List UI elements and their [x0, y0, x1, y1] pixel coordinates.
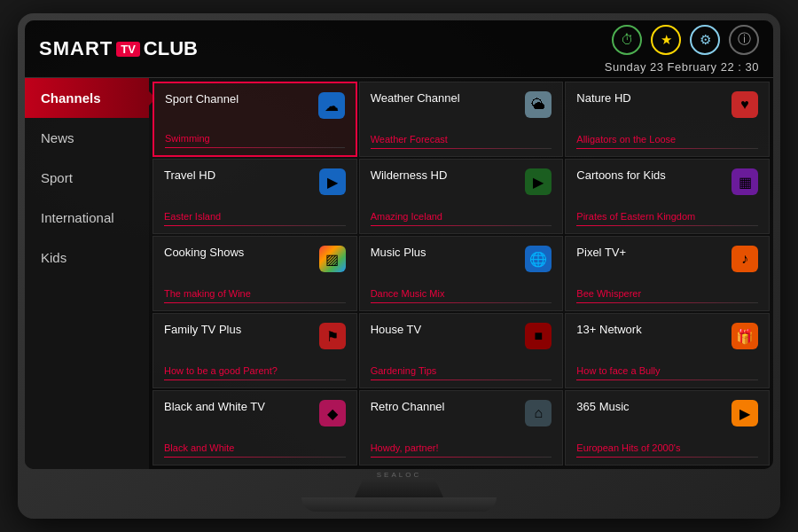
- channel-current: Amazing Iceland: [371, 211, 552, 222]
- channel-card-bottom: Pirates of Eastern Kingdom: [576, 211, 758, 226]
- channel-icon: ▶: [319, 168, 346, 195]
- channel-card[interactable]: Weather Channel 🌥 Weather Forecast: [359, 82, 564, 157]
- sidebar-item-sport[interactable]: Sport: [25, 158, 149, 198]
- channel-card-bottom: European Hits of 2000's: [576, 442, 758, 458]
- header-icons: ⏱ ★ ⚙ ⓘ: [612, 25, 759, 55]
- channel-current: Alligators on the Loose: [576, 134, 758, 145]
- channels-grid: Sport Channel ☁ Swimming Weather Channel…: [149, 78, 773, 469]
- channel-name: House TV: [371, 323, 520, 336]
- channel-divider: [165, 147, 345, 148]
- channel-current: European Hits of 2000's: [576, 442, 758, 453]
- brand-label: SEALOC: [377, 471, 421, 476]
- channel-card-bottom: How to be a good Parent?: [164, 365, 346, 380]
- channel-card[interactable]: Pixel TV+ ♪ Bee Whisperer: [565, 236, 770, 311]
- channel-card-bottom: Black and White: [164, 442, 346, 458]
- channel-current: How to face a Bully: [576, 365, 758, 376]
- channel-card-bottom: Dance Music Mix: [371, 288, 552, 303]
- channel-card[interactable]: Wilderness HD ▶ Amazing Iceland: [359, 159, 564, 234]
- channel-name: Travel HD: [164, 168, 314, 182]
- channel-name: Weather Channel: [371, 91, 520, 105]
- channel-divider: [371, 457, 552, 458]
- channel-icon: ⌂: [525, 400, 552, 426]
- channel-current: How to be a good Parent?: [164, 365, 346, 376]
- channel-current: Howdy, partner!: [371, 442, 552, 453]
- logo: SMART TV CLUB: [39, 37, 198, 60]
- channel-divider: [576, 302, 758, 303]
- channel-icon: 🌐: [525, 246, 552, 272]
- channel-icon: ■: [525, 323, 552, 349]
- channel-current: The making of Wine: [164, 288, 346, 299]
- header-right: ⏱ ★ ⚙ ⓘ Sunday 23 February 22 : 30: [605, 25, 759, 74]
- channel-current: Black and White: [164, 442, 346, 453]
- channel-icon: ▨: [319, 246, 346, 272]
- channel-card-top: Family TV Plus ⚑: [164, 323, 346, 349]
- channel-card-top: Wilderness HD ▶: [371, 168, 552, 195]
- screen-content: SMART TV CLUB ⏱ ★ ⚙ ⓘ Sunday 23 February…: [25, 20, 773, 469]
- sidebar-item-kids[interactable]: Kids: [25, 238, 149, 278]
- channel-divider: [371, 225, 552, 226]
- channel-card-bottom: Easter Island: [164, 211, 346, 226]
- channel-icon: 🌥: [525, 91, 552, 118]
- channel-name: Family TV Plus: [164, 323, 314, 336]
- channel-divider: [164, 225, 346, 226]
- channel-divider: [371, 379, 552, 380]
- channel-name: Black and White TV: [164, 400, 314, 413]
- channel-card[interactable]: 13+ Network 🎁 How to face a Bully: [565, 313, 770, 388]
- sidebar-item-international[interactable]: International: [25, 198, 149, 238]
- channel-card-top: Cooking Shows ▨: [164, 246, 346, 272]
- channel-card[interactable]: Cooking Shows ▨ The making of Wine: [153, 236, 357, 311]
- channel-card-top: Nature HD ♥: [576, 91, 758, 118]
- datetime: Sunday 23 February 22 : 30: [605, 60, 759, 74]
- channel-divider: [371, 148, 552, 149]
- channel-card-top: Cartoons for Kids ▦: [576, 168, 758, 195]
- channel-card[interactable]: Black and White TV ◆ Black and White: [153, 390, 357, 466]
- channel-card[interactable]: Sport Channel ☁ Swimming: [153, 82, 357, 157]
- clock-icon[interactable]: ⏱: [612, 25, 642, 55]
- channel-card-top: Music Plus 🌐: [371, 246, 552, 272]
- channel-divider: [576, 379, 758, 380]
- main-body: ChannelsNewsSportInternationalKids Sport…: [25, 78, 773, 469]
- channel-icon: ▦: [732, 168, 758, 195]
- channel-current: Pirates of Eastern Kingdom: [576, 211, 758, 222]
- channel-card[interactable]: Cartoons for Kids ▦ Pirates of Eastern K…: [565, 159, 770, 234]
- channel-icon: 🎁: [732, 323, 758, 349]
- channel-current: Bee Whisperer: [576, 288, 758, 299]
- sidebar: ChannelsNewsSportInternationalKids: [25, 78, 149, 469]
- channel-card-top: 365 Music ▶: [576, 400, 758, 426]
- tv-body: SMART TV CLUB ⏱ ★ ⚙ ⓘ Sunday 23 February…: [18, 13, 780, 519]
- logo-club: CLUB: [144, 37, 198, 60]
- channel-card[interactable]: Music Plus 🌐 Dance Music Mix: [359, 236, 564, 311]
- sidebar-item-news[interactable]: News: [25, 118, 149, 158]
- channel-card-bottom: Amazing Iceland: [371, 211, 552, 226]
- channel-card[interactable]: Retro Channel ⌂ Howdy, partner!: [359, 390, 564, 466]
- channel-card-bottom: Weather Forecast: [371, 134, 552, 149]
- channel-divider: [576, 457, 758, 458]
- channel-card[interactable]: Travel HD ▶ Easter Island: [153, 159, 357, 234]
- channel-divider: [164, 379, 346, 380]
- channel-divider: [576, 148, 758, 149]
- star-icon[interactable]: ★: [651, 25, 681, 55]
- settings-icon[interactable]: ⚙: [690, 25, 720, 55]
- channel-current: Swimming: [165, 133, 345, 144]
- stand-neck: [355, 478, 443, 497]
- channel-card-top: Sport Channel ☁: [165, 92, 345, 119]
- info-icon[interactable]: ⓘ: [729, 25, 759, 55]
- channel-card[interactable]: Nature HD ♥ Alligators on the Loose: [565, 82, 770, 157]
- channel-name: Cooking Shows: [164, 246, 314, 259]
- channel-icon: ⚑: [319, 323, 346, 349]
- channel-name: 365 Music: [576, 400, 726, 413]
- channel-name: Pixel TV+: [576, 246, 726, 259]
- channel-card-top: Retro Channel ⌂: [371, 400, 552, 426]
- channel-card[interactable]: 365 Music ▶ European Hits of 2000's: [565, 390, 770, 466]
- channel-card-top: Travel HD ▶: [164, 168, 346, 195]
- tv-stand: SEALOC: [25, 469, 773, 512]
- stand-base: [301, 497, 497, 512]
- channel-name: Music Plus: [371, 246, 520, 259]
- channel-card-bottom: How to face a Bully: [576, 365, 758, 380]
- channel-name: Retro Channel: [371, 400, 520, 413]
- channel-card[interactable]: House TV ■ Gardening Tips: [359, 313, 564, 388]
- channel-card[interactable]: Family TV Plus ⚑ How to be a good Parent…: [153, 313, 357, 388]
- sidebar-item-channels[interactable]: Channels: [25, 78, 149, 118]
- channel-name: Sport Channel: [165, 92, 313, 106]
- channel-card-top: Black and White TV ◆: [164, 400, 346, 426]
